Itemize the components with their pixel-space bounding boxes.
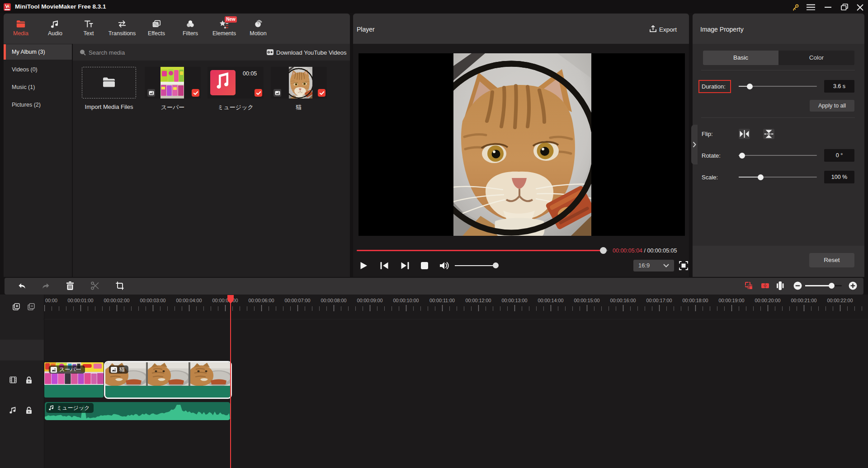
svg-text:00:00:19:00: 00:00:19:00	[718, 298, 744, 303]
svg-text:00:00:11:00: 00:00:11:00	[429, 298, 455, 303]
svg-text:00:00:12:00: 00:00:12:00	[465, 298, 491, 303]
svg-text:00:00:18:00: 00:00:18:00	[682, 298, 708, 303]
svg-text:00:00:10:00: 00:00:10:00	[393, 298, 419, 303]
svg-text:00:00: 00:00	[45, 298, 57, 303]
svg-text:00:00:16:00: 00:00:16:00	[610, 298, 636, 303]
svg-text:00:00:05:00: 00:00:05:00	[212, 298, 238, 303]
svg-text:00:00:14:00: 00:00:14:00	[538, 298, 563, 303]
svg-text:00:00:02:00: 00:00:02:00	[104, 298, 129, 303]
svg-text:00:00:17:00: 00:00:17:00	[646, 298, 672, 303]
svg-text:00:00:03:00: 00:00:03:00	[140, 298, 165, 303]
svg-text:00:00:09:00: 00:00:09:00	[357, 298, 382, 303]
svg-text:00:00:01:00: 00:00:01:00	[67, 298, 93, 303]
svg-text:00:00:15:00: 00:00:15:00	[574, 298, 599, 303]
svg-text:00:00:07:00: 00:00:07:00	[284, 298, 310, 303]
svg-text:00:00:21:00: 00:00:21:00	[791, 298, 816, 303]
svg-text:00:00:06:00: 00:00:06:00	[248, 298, 274, 303]
svg-text:00:00:08:00: 00:00:08:00	[321, 298, 346, 303]
svg-text:00:00:22:00: 00:00:22:00	[827, 298, 853, 303]
svg-text:00:00:04:00: 00:00:04:00	[176, 298, 202, 303]
svg-text:00:00:20:00: 00:00:20:00	[755, 298, 780, 303]
svg-text:00:00:13:00: 00:00:13:00	[501, 298, 527, 303]
